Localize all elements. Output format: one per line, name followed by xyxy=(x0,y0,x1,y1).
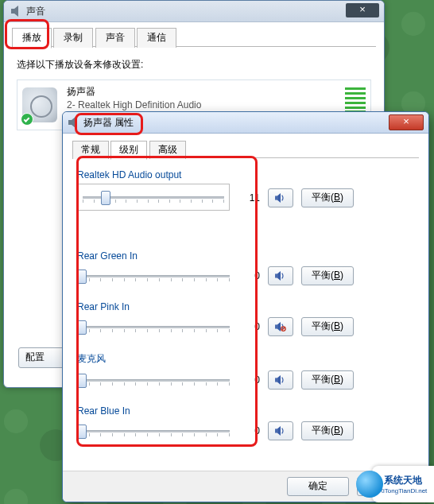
svg-marker-13 xyxy=(277,375,281,385)
props-close-button[interactable]: × xyxy=(389,114,424,130)
sound-tabrow: 播放 录制 声音 通信 xyxy=(12,27,376,47)
channel-name: Rear Pink In xyxy=(77,301,414,312)
tab-levels[interactable]: 级别 xyxy=(110,141,147,160)
volume-slider[interactable] xyxy=(77,423,230,439)
volume-slider[interactable] xyxy=(77,372,230,388)
speaker-properties-dialog: 扬声器 属性 × 常规 级别 高级 Realtek HD Audio outpu… xyxy=(62,111,429,502)
channel-block: Rear Pink In 0 平衡(B) xyxy=(77,301,414,336)
volume-value: 0 xyxy=(238,321,260,332)
volume-slider[interactable] xyxy=(77,268,230,284)
mute-button[interactable] xyxy=(268,421,293,440)
mute-button[interactable] xyxy=(268,188,293,207)
svg-rect-14 xyxy=(275,428,277,432)
volume-slider[interactable] xyxy=(83,189,224,205)
tab-recording[interactable]: 录制 xyxy=(53,28,93,48)
volume-value: 0 xyxy=(238,374,260,386)
mute-button[interactable] xyxy=(268,370,293,390)
levels-panel: Realtek HD Audio output 11 平衡(B) Rear Gr… xyxy=(63,158,428,463)
props-title: 扬声器 属性 xyxy=(83,116,134,130)
tab-advanced[interactable]: 高级 xyxy=(149,141,186,159)
channel-name: Realtek HD Audio output xyxy=(77,169,414,180)
watermark-globe-icon xyxy=(356,471,383,498)
svg-marker-7 xyxy=(277,271,281,281)
channel-block: Rear Green In 0 平衡(B) xyxy=(77,250,414,285)
svg-marker-9 xyxy=(277,322,281,331)
channel-name: Rear Blue In xyxy=(77,405,414,417)
channel-name: 麦克风 xyxy=(77,352,414,366)
channel-block: Realtek HD Audio output 11 平衡(B) xyxy=(77,169,414,211)
device-hint: 选择以下播放设备来修改设置: xyxy=(17,58,371,72)
props-tabrow: 常规 级别 高级 xyxy=(72,140,419,158)
watermark-en: XiTongTianDi.net xyxy=(379,487,428,494)
device-sub: 2- Realtek High Definition Audio xyxy=(67,99,201,112)
volume-value: 0 xyxy=(238,425,260,436)
watermark: 系统天地 XiTongTianDi.net xyxy=(372,466,434,502)
sound-window-icon xyxy=(10,5,23,17)
svg-rect-2 xyxy=(68,120,72,125)
sound-titlebar[interactable]: 声音 × xyxy=(4,1,384,22)
svg-marker-5 xyxy=(277,193,281,203)
volume-slider[interactable] xyxy=(77,319,230,335)
props-titlebar[interactable]: 扬声器 属性 × xyxy=(63,112,428,134)
sound-close-button[interactable]: × xyxy=(346,3,379,17)
channel-name: Rear Green In xyxy=(77,250,414,262)
ok-button[interactable]: 确定 xyxy=(287,477,349,496)
svg-rect-4 xyxy=(275,196,277,200)
speaker-device-icon xyxy=(22,87,57,122)
balance-button[interactable]: 平衡(B) xyxy=(301,370,354,390)
speaker-window-icon xyxy=(68,116,80,129)
svg-marker-3 xyxy=(72,117,76,128)
device-name: 扬声器 xyxy=(67,85,201,99)
tab-playback[interactable]: 播放 xyxy=(12,28,52,48)
balance-button[interactable]: 平衡(B) xyxy=(301,188,354,207)
tab-general[interactable]: 常规 xyxy=(72,141,109,159)
svg-rect-6 xyxy=(275,273,277,277)
svg-rect-0 xyxy=(11,9,14,14)
watermark-cn: 系统天地 xyxy=(384,474,422,487)
balance-button[interactable]: 平衡(B) xyxy=(301,317,354,336)
channel-block: 麦克风 0 平衡(B) xyxy=(77,352,414,390)
channel-block: Rear Blue In 0 平衡(B) xyxy=(77,405,414,440)
sound-title: 声音 xyxy=(26,5,45,18)
tab-communications[interactable]: 通信 xyxy=(137,28,176,48)
svg-marker-1 xyxy=(14,6,18,17)
tab-sounds[interactable]: 声音 xyxy=(95,28,135,48)
balance-button[interactable]: 平衡(B) xyxy=(301,421,354,440)
svg-rect-8 xyxy=(275,324,277,328)
svg-rect-12 xyxy=(275,378,277,382)
volume-value: 11 xyxy=(238,192,260,204)
svg-marker-15 xyxy=(277,426,281,436)
volume-value: 0 xyxy=(238,270,260,281)
mute-button[interactable] xyxy=(268,266,293,285)
mute-button[interactable] xyxy=(268,317,293,336)
default-check-icon xyxy=(21,113,33,126)
balance-button[interactable]: 平衡(B) xyxy=(301,266,354,285)
